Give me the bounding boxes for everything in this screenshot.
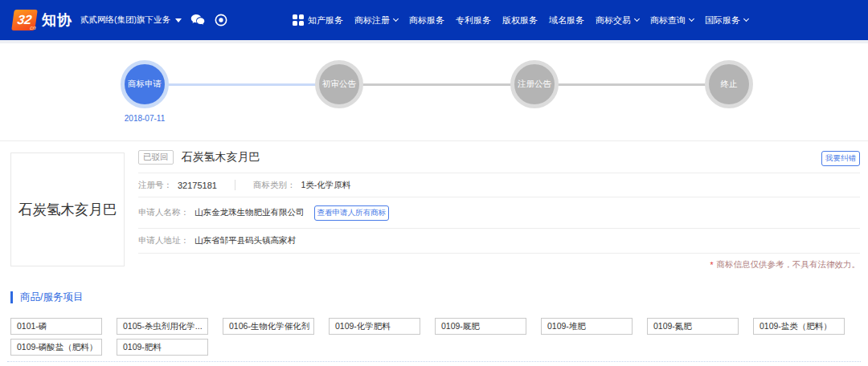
nav-item-label: 商标交易 <box>596 14 631 26</box>
step-connector-2 <box>362 83 512 86</box>
nav-item-label: 知产服务 <box>308 14 343 26</box>
goods-item[interactable]: 0109-厩肥 <box>435 318 526 335</box>
step-circle-2: 初审公告 <box>315 60 363 108</box>
chevron-down-icon <box>743 16 749 22</box>
trademark-info-section: 石炭氢木亥月巴 已驳回 石炭氢木亥月巴 我要纠错 注册号： 32175181 商… <box>0 141 868 278</box>
step-circle-1: 商标申请 <box>121 60 169 108</box>
address-row: 申请人地址： 山东省邹平县码头镇高家村 <box>138 229 860 254</box>
disclaimer-asterisk: * <box>710 260 713 270</box>
report-error-button[interactable]: 我要纠错 <box>821 151 860 166</box>
goods-item[interactable]: 0106-生物化学催化剂 <box>223 318 314 335</box>
view-applicant-trademarks-button[interactable]: 查看申请人所有商标 <box>314 205 390 221</box>
org-dropdown[interactable]: 贰贰网络(集团)旗下业务 <box>80 14 182 26</box>
goods-grid: 0101-磷0105-杀虫剂用化学...0106-生物化学催化剂0109-化学肥… <box>10 318 858 356</box>
goods-item[interactable]: 0109-氮肥 <box>647 318 739 335</box>
chevron-down-icon <box>689 16 694 22</box>
nav-item-label: 商标服务 <box>409 14 444 26</box>
grid-icon <box>293 14 304 26</box>
logo-32cn-badge: 32 cn <box>11 10 38 31</box>
trademark-name: 石炭氢木亥月巴 <box>182 150 260 165</box>
org-label: 贰贰网络(集团)旗下业务 <box>80 14 170 26</box>
title-row: 已驳回 石炭氢木亥月巴 我要纠错 <box>138 141 860 173</box>
nav-menu: 知产服务商标注册商标服务专利服务版权服务域名服务商标交易商标查询国际服务 <box>293 0 748 40</box>
step-label: 终止 <box>721 79 738 90</box>
registration-row: 注册号： 32175181 商标类别： 1类-化学原料 <box>138 173 860 197</box>
step-label: 商标申请 <box>128 79 162 90</box>
nav-item-label: 域名服务 <box>549 14 584 26</box>
nav-item-label: 商标注册 <box>354 14 390 26</box>
disclaimer-row: * 商标信息仅供参考，不具有法律效力。 <box>138 254 860 276</box>
trademark-image-text: 石炭氢木亥月巴 <box>18 200 117 219</box>
qq-icon[interactable] <box>215 14 227 26</box>
nav-item-9[interactable]: 国际服务 <box>705 14 748 26</box>
goods-item[interactable]: 0109-化学肥料 <box>329 318 420 335</box>
address-value: 山东省邹平县码头镇高家村 <box>194 235 296 246</box>
step-circle-3: 注册公告 <box>510 60 559 108</box>
trademark-image-box: 石炭氢木亥月巴 <box>10 152 125 266</box>
bottom-dotted-divider <box>7 361 861 362</box>
nav-item-8[interactable]: 商标查询 <box>650 14 694 26</box>
reg-no-value: 32175181 <box>178 181 217 190</box>
goods-section-header: 商品/服务项目 <box>10 291 858 303</box>
applicant-label: 申请人名称： <box>138 207 189 218</box>
disclaimer-text: 商标信息仅供参考，不具有法律效力。 <box>717 259 861 270</box>
nav-item-3[interactable]: 商标服务 <box>409 14 444 26</box>
nav-item-5[interactable]: 版权服务 <box>502 14 538 26</box>
progress-stepper: 商标申请2018-07-11初审公告注册公告终止 <box>0 43 868 141</box>
reg-no-label: 注册号： <box>138 180 172 191</box>
logo[interactable]: 32 cn 知协 <box>13 10 72 31</box>
goods-item[interactable]: 0109-肥料 <box>117 339 208 356</box>
step-date: 2018-07-11 <box>108 114 181 123</box>
nav-item-7[interactable]: 商标交易 <box>596 14 639 26</box>
goods-item[interactable]: 0109-盐类（肥料） <box>753 318 845 335</box>
nav-item-4[interactable]: 专利服务 <box>456 14 491 26</box>
status-badge: 已驳回 <box>138 150 174 165</box>
goods-item[interactable]: 0105-杀虫剂用化学... <box>117 318 208 335</box>
chevron-down-icon <box>634 16 640 22</box>
nav-item-label: 商标查询 <box>650 14 686 26</box>
class-label: 商标类别： <box>253 180 296 191</box>
logo-text: 知协 <box>42 10 72 30</box>
caret-down-icon <box>175 18 182 22</box>
step-connector-1 <box>167 83 317 86</box>
goods-item[interactable]: 0101-磷 <box>10 318 102 335</box>
goods-services-section: 商品/服务项目 0101-磷0105-杀虫剂用化学...0106-生物化学催化剂… <box>0 278 868 356</box>
section-title: 商品/服务项目 <box>20 291 83 304</box>
applicant-row: 申请人名称： 山东金龙珠生物肥业有限公司 查看申请人所有商标 <box>138 197 860 229</box>
step-connector-3 <box>557 83 706 86</box>
class-value: 1类-化学原料 <box>301 180 350 191</box>
step-label: 注册公告 <box>518 79 551 90</box>
logo-cn: cn <box>30 25 36 31</box>
nav-item-1[interactable]: 知产服务 <box>293 14 343 26</box>
navbar: 32 cn 知协 贰贰网络(集团)旗下业务 知产服务商标注册商标服务专利服务版权… <box>0 0 868 40</box>
nav-item-2[interactable]: 商标注册 <box>354 14 398 26</box>
nav-item-label: 版权服务 <box>502 14 538 26</box>
step-label: 初审公告 <box>322 79 356 90</box>
vertical-divider <box>235 180 235 190</box>
applicant-value: 山东金龙珠生物肥业有限公司 <box>194 207 305 218</box>
address-label: 申请人地址： <box>138 235 189 246</box>
nav-item-6[interactable]: 域名服务 <box>549 14 584 26</box>
nav-item-label: 专利服务 <box>456 14 491 26</box>
chevron-down-icon <box>393 16 399 22</box>
nav-item-label: 国际服务 <box>705 14 740 26</box>
step-circle-4: 终止 <box>705 60 753 108</box>
goods-item[interactable]: 0109-堆肥 <box>541 318 633 335</box>
section-accent-bar <box>10 291 13 303</box>
trademark-details: 已驳回 石炭氢木亥月巴 我要纠错 注册号： 32175181 商标类别： 1类-… <box>138 141 860 276</box>
wechat-icon[interactable] <box>190 14 206 26</box>
goods-item[interactable]: 0109-磷酸盐（肥料） <box>10 339 102 356</box>
